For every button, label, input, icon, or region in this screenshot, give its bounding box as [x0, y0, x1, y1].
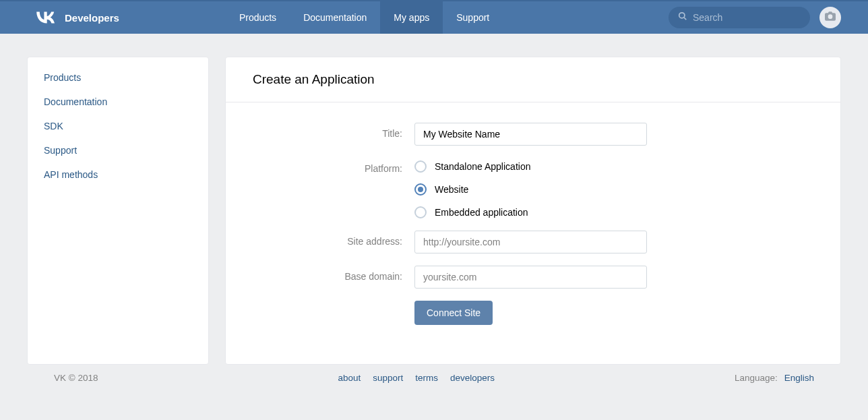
footer-link-terms[interactable]: terms: [415, 373, 438, 383]
svg-point-0: [679, 13, 685, 18]
footer-links: about support terms developers: [98, 373, 735, 383]
radio-icon: [414, 206, 427, 218]
sidebar-item-products[interactable]: Products: [28, 65, 208, 90]
site-address-input[interactable]: [414, 231, 647, 253]
create-app-form: Title: Platform: Standalone Application: [226, 102, 840, 364]
nav-products[interactable]: Products: [226, 1, 290, 34]
base-domain-input[interactable]: [414, 266, 647, 289]
top-nav: Products Documentation My apps Support: [226, 1, 503, 34]
title-label: Title:: [253, 123, 414, 139]
footer-link-about[interactable]: about: [338, 373, 361, 383]
site-address-label: Site address:: [253, 231, 414, 247]
radio-label: Standalone Application: [435, 161, 530, 172]
radio-embedded[interactable]: Embedded application: [414, 206, 647, 218]
brand[interactable]: Developers: [34, 9, 119, 26]
radio-icon: [414, 183, 427, 196]
topbar: Developers Products Documentation My app…: [0, 0, 868, 34]
camera-button[interactable]: [819, 7, 841, 28]
radio-icon: [414, 160, 427, 173]
search-box[interactable]: [669, 7, 810, 28]
footer: VK © 2018 about support terms developers…: [27, 365, 841, 383]
search-input[interactable]: [693, 12, 801, 23]
camera-icon: [825, 11, 836, 24]
page-title: Create an Application: [226, 57, 840, 102]
language-value[interactable]: English: [784, 373, 814, 383]
language-switcher[interactable]: Language: English: [735, 373, 814, 383]
footer-link-support[interactable]: support: [373, 373, 403, 383]
base-domain-label: Base domain:: [253, 266, 414, 282]
svg-line-1: [684, 18, 687, 20]
nav-support[interactable]: Support: [443, 1, 503, 34]
sidebar-item-api-methods[interactable]: API methods: [28, 162, 208, 187]
nav-documentation[interactable]: Documentation: [290, 1, 380, 34]
brand-name: Developers: [65, 12, 119, 24]
sidebar-item-sdk[interactable]: SDK: [28, 114, 208, 138]
search-icon: [678, 11, 687, 24]
platform-label: Platform:: [253, 158, 414, 174]
main-panel: Create an Application Title: Platform: S…: [225, 57, 841, 365]
radio-label: Website: [435, 184, 468, 195]
radio-label: Embedded application: [435, 207, 528, 218]
nav-my-apps[interactable]: My apps: [380, 1, 443, 34]
radio-website[interactable]: Website: [414, 183, 647, 196]
vk-logo-icon: [34, 9, 58, 26]
platform-radio-group: Standalone Application Website Embedded …: [414, 158, 647, 218]
sidebar-item-support[interactable]: Support: [28, 138, 208, 162]
title-input[interactable]: [414, 123, 647, 146]
language-label: Language:: [735, 373, 778, 383]
connect-site-button[interactable]: Connect Site: [414, 301, 493, 325]
sidebar-item-documentation[interactable]: Documentation: [28, 90, 208, 114]
radio-standalone[interactable]: Standalone Application: [414, 160, 647, 173]
sidebar: Products Documentation SDK Support API m…: [27, 57, 209, 365]
footer-link-developers[interactable]: developers: [450, 373, 495, 383]
copyright: VK © 2018: [54, 373, 98, 383]
